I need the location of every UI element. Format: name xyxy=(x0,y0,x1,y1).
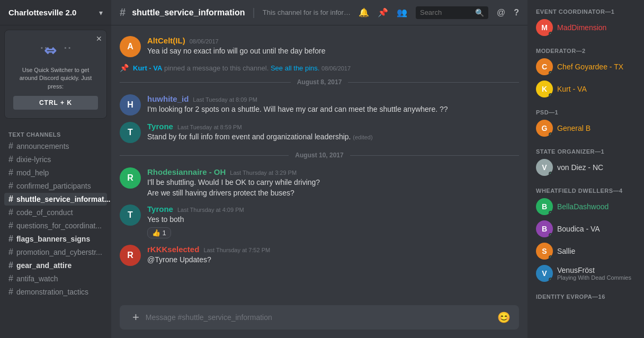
channels-section: TEXT CHANNELS #announcements#dixie-lyric… xyxy=(0,123,111,338)
member-item[interactable]: K Kurt - VA xyxy=(532,78,640,100)
message-content: rKKKselected Last Thursday at 7:52 PM @T… xyxy=(147,245,519,266)
member-info: von Diez - NC xyxy=(557,163,603,172)
emoji-icon[interactable]: 😊 xyxy=(493,306,515,329)
member-item[interactable]: B BellaDashwood xyxy=(532,196,640,217)
channel-item-code_of_conduct[interactable]: #code_of_conduct xyxy=(4,206,107,219)
online-status-dot xyxy=(549,233,553,237)
timestamp: 08/06/2017 xyxy=(190,38,219,45)
member-info: VenusFröst Playing With Dead Commies xyxy=(557,266,631,281)
search-box[interactable]: 🔍 xyxy=(416,6,488,19)
member-info: Sallie xyxy=(557,247,575,255)
channel-hash-icon: # xyxy=(8,274,13,283)
member-item[interactable]: B Boudica - VA xyxy=(532,218,640,239)
channel-item-shuttle_service_informat___[interactable]: #shuttle_service_informat... xyxy=(4,193,107,206)
members-section-header: WHEATFIELD DWELLERS—4 xyxy=(532,179,640,196)
message-header: Rhodesiannaire - OH Last Thursday at 3:2… xyxy=(147,167,519,176)
username: rKKKselected xyxy=(147,245,199,254)
online-status-dot xyxy=(549,278,553,282)
username: AltCelt(IL) xyxy=(147,36,185,45)
channel-item-questions_for_coordinat___[interactable]: #questions_for_coordinat... xyxy=(4,219,107,232)
date-line xyxy=(120,82,291,83)
main-content: # shuttle_service_information | This cha… xyxy=(111,0,527,338)
member-name: Boudica - VA xyxy=(557,225,600,233)
member-info: Boudica - VA xyxy=(557,225,600,233)
members-sidebar: EVENT COORDINATOR—1 M MadDimension MODER… xyxy=(527,0,644,338)
search-input[interactable] xyxy=(420,8,473,16)
message-group: R Rhodesiannaire - OH Last Thursday at 3… xyxy=(111,165,527,200)
members-section-header: PSD—1 xyxy=(532,101,640,118)
channel-name: antifa_watch xyxy=(16,274,58,283)
members-section-header: STATE ORGANIZER—1 xyxy=(532,140,640,157)
member-item[interactable]: G General B xyxy=(532,118,640,139)
pin-icon[interactable]: 📌 xyxy=(378,7,388,17)
channel-item-announcements[interactable]: #announcements xyxy=(4,140,107,153)
channel-header-divider: | xyxy=(253,6,255,19)
close-icon[interactable]: ✕ xyxy=(96,34,102,43)
member-item[interactable]: M MadDimension xyxy=(532,17,640,38)
member-item[interactable]: C Chef Goyardee - TX xyxy=(532,56,640,77)
member-info: Chef Goyardee - TX xyxy=(557,63,623,71)
member-name: General B xyxy=(557,124,591,132)
qs-description: Use Quick Switcher to get around Discord… xyxy=(13,66,98,91)
channel-item-mod_help[interactable]: #mod_help xyxy=(4,166,107,179)
member-avatar: K xyxy=(536,81,553,97)
chevron-down-icon: ▾ xyxy=(99,8,103,17)
member-avatar: M xyxy=(536,19,553,36)
channel-hash-icon: # xyxy=(8,261,13,270)
channel-item-dixie_lyrics[interactable]: #dixie-lyrics xyxy=(4,153,107,166)
channel-header-topic: This channel for is for information on t… xyxy=(263,8,352,16)
channel-item-antifa_watch[interactable]: #antifa_watch xyxy=(4,272,107,285)
message-group: T Tyrone Last Thursday at 4:09 PM Yes to… xyxy=(111,202,527,241)
username: Tyrone xyxy=(147,122,173,131)
channel-item-gear_and_attire[interactable]: #gear_and_attire xyxy=(4,259,107,272)
online-status-dot xyxy=(549,71,553,75)
member-info: MadDimension xyxy=(557,23,606,32)
channel-item-promotion_and_cyberstr___[interactable]: #promotion_and_cyberstr... xyxy=(4,246,107,259)
members-icon[interactable]: 👥 xyxy=(397,7,407,17)
member-avatar: B xyxy=(536,220,553,237)
channel-hash-icon: # xyxy=(8,141,13,151)
qs-shortcut[interactable]: CTRL + K xyxy=(13,96,98,110)
channel-name: demonstration_tactics xyxy=(16,288,88,296)
see-pins-link[interactable]: See all the pins. xyxy=(271,64,320,72)
channel-item-confirmed_participants[interactable]: #confirmed_participants xyxy=(4,180,107,192)
timestamp: Last Tuesday at 8:59 PM xyxy=(177,124,242,130)
member-item[interactable]: S Sallie xyxy=(532,241,640,262)
timestamp: Last Thursday at 3:29 PM xyxy=(230,170,297,176)
member-info: General B xyxy=(557,124,591,132)
message-group: A AltCelt(IL) 08/06/2017 Yea id say no e… xyxy=(111,34,527,59)
system-message: 📌Kurt - VA pinned a message to this chan… xyxy=(111,61,527,74)
date-line xyxy=(348,82,519,83)
message-input[interactable] xyxy=(144,307,493,327)
channel-item-flags_banners_signs[interactable]: #flags_banners_signs xyxy=(4,233,107,245)
online-status-dot xyxy=(549,32,553,36)
quick-switcher-popup: ✕ ·· ⇔ ·· Use Quick Switcher to get arou… xyxy=(4,30,107,119)
search-icon: 🔍 xyxy=(475,8,484,17)
edited-label: (edited) xyxy=(353,134,372,140)
attachment-icon[interactable]: + xyxy=(128,305,144,330)
online-status-dot xyxy=(549,211,553,215)
member-avatar: C xyxy=(536,58,553,75)
server-header[interactable]: Charlottesville 2.0 ▾ xyxy=(0,0,111,25)
avatar: T xyxy=(120,122,141,143)
text-channels-header: TEXT CHANNELS xyxy=(0,123,111,140)
at-icon[interactable]: @ xyxy=(497,8,505,17)
identity-section-header: IDENTITY EVROPA—16 xyxy=(532,285,640,302)
message-text: Are we still having drivers protect the … xyxy=(147,188,519,199)
help-icon[interactable]: ? xyxy=(514,8,519,17)
message-header: Tyrone Last Thursday at 4:09 PM xyxy=(147,204,519,214)
channel-header-name: shuttle_service_information xyxy=(132,8,245,17)
notification-bell-icon[interactable]: 🔔 xyxy=(359,7,369,17)
member-item[interactable]: V von Diez - NC xyxy=(532,157,640,178)
member-item[interactable]: V VenusFröst Playing With Dead Commies xyxy=(532,263,640,284)
member-info: BellaDashwood xyxy=(557,202,609,211)
timestamp: Last Tuesday at 8:09 PM xyxy=(193,96,257,103)
reaction[interactable]: 👍 1 xyxy=(147,227,171,238)
channel-item-demonstration_tactics[interactable]: #demonstration_tactics xyxy=(4,286,107,298)
date-divider: August 10, 2017 xyxy=(111,147,527,165)
channel-hash-icon: # xyxy=(8,194,13,204)
message-group: H huwhite_id Last Tuesday at 8:09 PM I'm… xyxy=(111,92,527,118)
avatar: R xyxy=(120,167,141,189)
member-avatar: V xyxy=(536,159,553,176)
system-user: Kurt - VA xyxy=(133,64,162,72)
